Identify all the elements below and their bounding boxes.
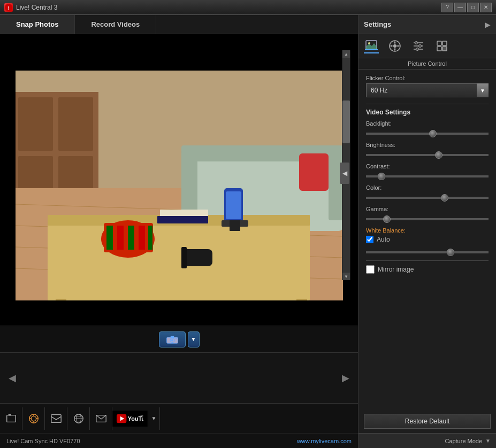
svg-rect-6 <box>58 97 93 151</box>
help-button[interactable]: ? <box>441 3 453 12</box>
flicker-control-row: Flicker Control: 60 Hz 50 Hz Disabled ▼ <box>366 75 489 97</box>
brightness-label: Brightness: <box>366 142 489 148</box>
restore-default-button[interactable]: Restore Default <box>364 414 491 429</box>
svg-point-65 <box>368 42 370 44</box>
titlebar: ! Live! Central 3 ? — □ ✕ <box>0 0 496 15</box>
svg-rect-38 <box>181 247 187 268</box>
contrast-label: Contrast: <box>366 163 489 169</box>
effects-tab[interactable] <box>434 38 449 53</box>
svg-point-43 <box>175 338 177 339</box>
settings-next-arrow[interactable]: ▶ <box>485 20 491 29</box>
gamma-slider[interactable] <box>366 218 489 220</box>
svg-rect-82 <box>442 41 447 45</box>
svg-rect-19 <box>48 220 310 300</box>
tab-snap-photos[interactable]: Snap Photos <box>0 15 75 34</box>
mirror-image-label: Mirror image <box>378 266 414 273</box>
svg-rect-45 <box>8 414 11 415</box>
flicker-control-label: Flicker Control: <box>366 75 489 81</box>
capture-mode-label: Capture Mode <box>445 438 482 444</box>
svg-marker-71 <box>394 41 396 43</box>
edit-button[interactable] <box>45 407 67 430</box>
svg-rect-27 <box>128 226 134 250</box>
website-link[interactable]: www.mylivecam.com <box>297 438 352 444</box>
web-button[interactable] <box>67 407 90 430</box>
status-bar: Live! Cam Sync HD VF0770 www.mylivecam.c… <box>0 433 358 448</box>
left-panel: Snap Photos Record Videos <box>0 15 358 448</box>
white-balance-label: White Balance: <box>366 227 489 234</box>
device-label: Live! Cam Sync HD VF0770 <box>6 438 80 444</box>
main-container: Snap Photos Record Videos <box>0 15 496 448</box>
svg-point-79 <box>419 45 422 48</box>
strip-scroll-left[interactable]: ◀ <box>9 372 16 384</box>
flicker-dropdown[interactable]: 60 Hz 50 Hz Disabled <box>366 83 489 97</box>
svg-text:™: ™ <box>140 415 143 418</box>
svg-rect-18 <box>299 153 329 191</box>
divider2 <box>366 260 489 261</box>
svg-rect-37 <box>182 249 212 266</box>
settings-title: Settings <box>364 20 391 28</box>
svg-rect-84 <box>442 47 447 51</box>
white-balance-auto-checkbox[interactable] <box>366 236 373 243</box>
svg-marker-73 <box>390 45 392 47</box>
svg-rect-35 <box>230 220 240 231</box>
tab-bar: Snap Photos Record Videos <box>0 15 358 34</box>
more-button[interactable]: ▼ <box>148 407 160 430</box>
scroll-up-arrow[interactable]: ▲ <box>342 50 350 58</box>
gallery-button[interactable] <box>22 407 45 430</box>
snap-dropdown[interactable]: ▼ <box>188 331 200 347</box>
svg-rect-81 <box>437 41 441 45</box>
tab-record-videos[interactable]: Record Videos <box>75 15 156 34</box>
svg-rect-29 <box>148 226 152 250</box>
app-title: Live! Central 3 <box>16 4 57 11</box>
svg-rect-5 <box>18 97 53 151</box>
svg-rect-33 <box>226 191 241 219</box>
brightness-slider[interactable] <box>366 154 489 156</box>
titlebar-controls: ? — □ ✕ <box>441 3 492 12</box>
collapse-panel-button[interactable]: ◀ <box>340 163 349 184</box>
camera-image <box>16 71 343 300</box>
capture-mode-bar: Capture Mode ▼ <box>358 433 496 448</box>
svg-marker-72 <box>394 49 396 51</box>
mirror-image-row: Mirror image <box>366 265 489 274</box>
thumbnail-strip: ◀ ▶ <box>0 352 358 403</box>
scroll-down-arrow[interactable]: ▼ <box>342 273 350 280</box>
svg-rect-42 <box>170 336 173 338</box>
email-button[interactable] <box>90 407 112 430</box>
picture-control-tab[interactable] <box>364 38 379 53</box>
settings-panel: Settings ▶ <box>358 15 496 448</box>
snap-button[interactable] <box>159 331 186 347</box>
maximize-button[interactable]: □ <box>467 3 479 12</box>
video-settings-tab[interactable] <box>411 38 426 53</box>
minimize-button[interactable]: — <box>454 3 466 12</box>
white-balance-auto-row: Auto <box>366 236 489 243</box>
gamma-label: Gamma: <box>366 206 489 212</box>
white-balance-slider[interactable] <box>366 251 489 253</box>
brightness-row: Brightness: <box>366 142 489 158</box>
backlight-slider[interactable] <box>366 133 489 135</box>
titlebar-left: ! Live! Central 3 <box>4 3 57 12</box>
backlight-label: Backlight: <box>366 120 489 127</box>
svg-rect-17 <box>329 151 343 220</box>
white-balance-row: White Balance: Auto <box>366 227 489 255</box>
color-slider[interactable] <box>366 197 489 199</box>
settings-icon-tabs <box>358 34 496 58</box>
album-button[interactable] <box>0 407 22 430</box>
capture-mode-arrow[interactable]: ▼ <box>485 438 491 444</box>
svg-rect-25 <box>106 226 113 250</box>
divider <box>366 104 489 104</box>
svg-rect-31 <box>157 216 208 223</box>
svg-text:!: ! <box>8 5 10 11</box>
youtube-button[interactable]: YouTube ™ <box>112 411 148 427</box>
mirror-image-checkbox[interactable] <box>366 265 375 274</box>
gamma-row: Gamma: <box>366 206 489 222</box>
position-control-tab[interactable] <box>387 38 402 53</box>
close-button[interactable]: ✕ <box>480 3 492 12</box>
svg-rect-52 <box>51 414 60 422</box>
strip-scroll-right[interactable]: ▶ <box>342 372 349 384</box>
color-label: Color: <box>366 184 489 191</box>
settings-header: Settings ▶ <box>358 15 496 34</box>
svg-rect-22 <box>296 299 307 300</box>
scroll-thumb[interactable] <box>342 101 350 143</box>
contrast-slider[interactable] <box>366 175 489 177</box>
svg-rect-26 <box>117 226 124 250</box>
